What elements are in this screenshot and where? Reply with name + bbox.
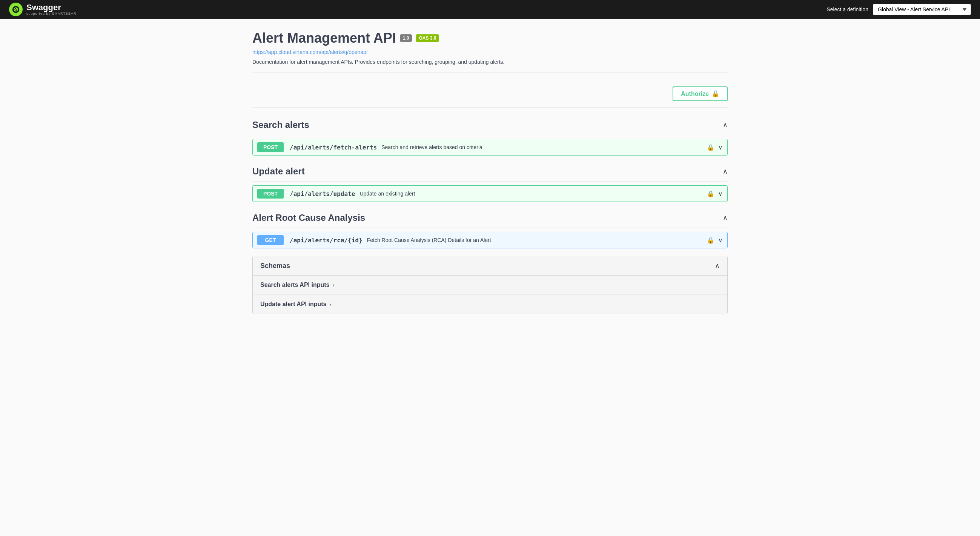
authorize-label: Authorize (681, 91, 709, 97)
chevron-up-search-alerts: ∧ (723, 121, 728, 129)
schema-name-update: Update alert API inputs (260, 301, 326, 308)
api-title-row: Alert Management API 1.0 OAS 3.0 (252, 30, 728, 46)
select-definition-label: Select a definition (826, 6, 869, 13)
navbar-right: Select a definition Global View - Alert … (826, 4, 971, 15)
endpoint-path-update: /api/alerts/update (290, 190, 355, 198)
authorize-button[interactable]: Authorize 🔓 (673, 86, 728, 101)
lock-icon-rca: 🔒 (707, 237, 714, 244)
lock-icon-fetch-alerts: 🔒 (707, 144, 714, 151)
endpoint-path-rca: /api/alerts/rca/{id} (290, 237, 363, 244)
endpoint-right-fetch-alerts: 🔒 ∨ (707, 144, 723, 151)
endpoint-desc-update: Update an existing alert (360, 191, 707, 197)
schemas-section: Schemas ∧ Search alerts API inputs › Upd… (252, 256, 728, 314)
schema-item-update-inputs[interactable]: Update alert API inputs › (253, 295, 727, 314)
oas-badge: OAS 3.0 (416, 34, 439, 42)
version-badge: 1.0 (400, 34, 412, 42)
section-alert-rca: Alert Root Cause Analysis ∧ GET /api/ale… (252, 208, 728, 248)
lock-icon-update: 🔒 (707, 190, 714, 198)
schema-name-search: Search alerts API inputs (260, 282, 329, 289)
api-title: Alert Management API (252, 30, 396, 46)
endpoint-desc-rca: Fetch Root Cause Analysis (RCA) Details … (367, 237, 707, 243)
api-link[interactable]: https://app.cloud.virtana.com/api/alerts… (252, 49, 728, 55)
section-title-search-alerts: Search alerts (252, 120, 309, 130)
chevron-up-schemas: ∧ (715, 262, 720, 270)
section-header-update-alert[interactable]: Update alert ∧ (252, 161, 728, 182)
navbar-logo: Swagger supported by SMARTBEAR (9, 3, 76, 16)
section-title-update-alert: Update alert (252, 166, 305, 177)
api-header: Alert Management API 1.0 OAS 3.0 https:/… (252, 30, 728, 65)
definition-select[interactable]: Global View - Alert Service API (873, 4, 971, 15)
endpoint-get-rca[interactable]: GET /api/alerts/rca/{id} Fetch Root Caus… (252, 232, 728, 248)
endpoint-desc-fetch-alerts: Search and retrieve alerts based on crit… (381, 144, 707, 150)
divider (252, 72, 728, 73)
chevron-up-update-alert: ∧ (723, 167, 728, 175)
chevron-fetch-alerts: ∨ (718, 144, 723, 151)
api-description: Documentation for alert management APIs.… (252, 59, 728, 65)
main-content: Alert Management API 1.0 OAS 3.0 https:/… (245, 19, 735, 325)
authorize-lock-icon: 🔓 (712, 90, 719, 97)
chevron-up-rca: ∧ (723, 214, 728, 222)
schema-chevron-search: › (332, 282, 334, 288)
brand-name: Swagger (26, 3, 76, 12)
swagger-brand: Swagger supported by SMARTBEAR (26, 3, 76, 16)
chevron-rca: ∨ (718, 237, 723, 244)
endpoint-path-fetch-alerts: /api/alerts/fetch-alerts (290, 144, 377, 151)
authorize-area: Authorize 🔓 (252, 80, 728, 108)
navbar: Swagger supported by SMARTBEAR Select a … (0, 0, 980, 19)
swagger-logo-icon (9, 3, 22, 16)
brand-sub: supported by SMARTBEAR (26, 12, 76, 16)
section-header-search-alerts[interactable]: Search alerts ∧ (252, 115, 728, 135)
section-header-rca[interactable]: Alert Root Cause Analysis ∧ (252, 208, 728, 228)
endpoint-right-rca: 🔒 ∨ (707, 237, 723, 244)
schemas-title: Schemas (260, 262, 290, 270)
method-badge-post-fetch: POST (257, 142, 284, 152)
schema-item-search-inputs[interactable]: Search alerts API inputs › (253, 276, 727, 295)
section-search-alerts: Search alerts ∧ POST /api/alerts/fetch-a… (252, 115, 728, 156)
chevron-update: ∨ (718, 190, 723, 198)
endpoint-post-update[interactable]: POST /api/alerts/update Update an existi… (252, 185, 728, 202)
section-update-alert: Update alert ∧ POST /api/alerts/update U… (252, 161, 728, 202)
method-badge-get-rca: GET (257, 235, 284, 245)
endpoint-post-fetch-alerts[interactable]: POST /api/alerts/fetch-alerts Search and… (252, 139, 728, 156)
endpoint-right-update: 🔒 ∨ (707, 190, 723, 198)
method-badge-post-update: POST (257, 189, 284, 199)
section-title-rca: Alert Root Cause Analysis (252, 212, 365, 223)
schemas-header[interactable]: Schemas ∧ (253, 256, 727, 276)
schema-chevron-update: › (329, 301, 331, 307)
